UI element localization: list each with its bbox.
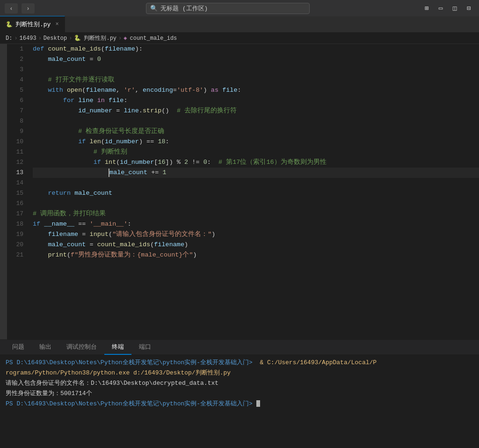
tab-terminal[interactable]: 终端 — [104, 340, 131, 355]
code-line-3 — [33, 65, 479, 75]
line-num-20: 20 — [7, 240, 23, 250]
line-num-11: 11 — [7, 147, 23, 157]
code-line-2: male_count = 0 — [33, 54, 479, 65]
line-num-5: 5 — [7, 85, 23, 95]
breadcrumb-folder1[interactable]: 16493 — [20, 35, 36, 42]
line-num-13: 13 — [7, 168, 23, 178]
terminal-area[interactable]: PS D:\16493\Desktop\Notes\Python全栈开发笔记\p… — [0, 354, 479, 448]
line-num-16: 16 — [7, 198, 23, 209]
code-line-20: male_count = count_male_ids(filename) — [33, 240, 479, 250]
line-num-6: 6 — [7, 95, 23, 106]
search-center: 🔍 无标题 (工作区) — [35, 3, 421, 14]
code-line-6: for line in file: — [33, 95, 479, 106]
code-line-1: def count_male_ids(filename): — [33, 44, 479, 54]
nav-controls: ‹ › — [5, 3, 35, 14]
tab-output[interactable]: 输出 — [32, 340, 59, 355]
code-line-9: # 检查身份证号长度是否正确 — [33, 126, 479, 137]
window-controls: ⊞ ▭ ◫ ⊟ — [421, 3, 474, 14]
code-line-8 — [33, 116, 479, 126]
line-num-19: 19 — [7, 229, 23, 240]
title-bar: ‹ › 🔍 无标题 (工作区) ⊞ ▭ ◫ ⊟ — [0, 0, 479, 16]
breadcrumb: D: › 16493 › Desktop › 🐍 判断性别.py › ◈ cou… — [0, 33, 479, 44]
tab-problems[interactable]: 问题 — [5, 340, 32, 355]
terminal-cursor — [256, 400, 260, 407]
breadcrumb-function[interactable]: count_male_ids — [130, 35, 177, 42]
panel-tabs: 问题 输出 调试控制台 终端 端口 — [0, 339, 479, 354]
line-numbers: 1 2 3 4 5 6 7 8 9 10 11 12 13 14 15 16 1… — [7, 44, 28, 339]
line-num-7: 7 — [7, 106, 23, 116]
search-text: 无标题 (工作区) — [160, 4, 208, 13]
code-line-17: # 调用函数，并打印结果 — [33, 209, 479, 219]
code-line-10: if len(id_number) == 18: — [33, 137, 479, 147]
code-line-12: if int(id_number[16]) % 2 != 0: # 第17位（索… — [33, 157, 479, 168]
code-line-4: # 打开文件并逐行读取 — [33, 75, 479, 85]
tab-judge-gender[interactable]: 🐍 判断性别.py × — [0, 16, 65, 32]
line-num-1: 1 — [7, 44, 23, 54]
terminal-line-5: PS D:\16493\Desktop\Notes\Python全栈开发笔记\p… — [6, 398, 473, 409]
terminal-line-1: PS D:\16493\Desktop\Notes\Python全栈开发笔记\p… — [6, 357, 473, 367]
code-line-18: if __name__ == '__main__': — [33, 219, 479, 229]
code-line-7: id_number = line.strip() # 去除行尾的换行符 — [33, 106, 479, 116]
tab-close-button[interactable]: × — [55, 21, 58, 28]
tab-label: 判断性别.py — [15, 20, 51, 29]
back-button[interactable]: ‹ — [5, 3, 18, 14]
line-num-8: 8 — [7, 116, 23, 126]
code-line-11: # 判断性别 — [33, 147, 479, 157]
code-line-13: male_count += 1 — [33, 168, 479, 178]
breadcrumb-func-icon: ◈ — [123, 35, 127, 42]
layout-icon3[interactable]: ◫ — [449, 3, 460, 14]
tab-bar: 🐍 判断性别.py × — [0, 16, 479, 33]
breadcrumb-drive[interactable]: D: — [6, 35, 12, 42]
line-num-10: 10 — [7, 137, 23, 147]
line-num-2: 2 — [7, 54, 23, 65]
code-editor[interactable]: def count_male_ids(filename): male_count… — [28, 44, 479, 339]
line-num-12: 12 — [7, 157, 23, 168]
code-line-21: print(f"男性身份证数量为：{male_count}个") — [33, 250, 479, 260]
line-num-3: 3 — [7, 65, 23, 75]
terminal-line-3: 请输入包含身份证号的文件名：D:\16493\Desktop\decrypted… — [6, 378, 473, 388]
line-num-15: 15 — [7, 188, 23, 198]
line-num-9: 9 — [7, 126, 23, 137]
code-line-16 — [33, 198, 479, 209]
search-icon: 🔍 — [150, 5, 158, 12]
python-file-icon: 🐍 — [6, 21, 13, 28]
code-line-19: filename = input("请输入包含身份证号的文件名：") — [33, 229, 479, 240]
tab-ports[interactable]: 端口 — [131, 340, 159, 355]
code-line-5: with open(filename, 'r', encoding='utf-8… — [33, 85, 479, 95]
layout-icon2[interactable]: ▭ — [435, 3, 446, 14]
line-num-17: 17 — [7, 209, 23, 219]
search-bar[interactable]: 🔍 无标题 (工作区) — [146, 3, 310, 14]
tab-debug-console[interactable]: 调试控制台 — [59, 340, 104, 355]
terminal-line-4: 男性身份证数量为：5001714个 — [6, 388, 473, 398]
layout-icon4[interactable]: ⊟ — [463, 3, 474, 14]
layout-icon1[interactable]: ⊞ — [421, 3, 432, 14]
line-num-21: 21 — [7, 250, 23, 260]
breadcrumb-file-icon: 🐍 — [74, 35, 81, 42]
line-num-4: 4 — [7, 75, 23, 85]
code-line-14 — [33, 178, 479, 188]
line-num-14: 14 — [7, 178, 23, 188]
activity-bar — [0, 44, 7, 339]
terminal-line-2: rograms/Python/Python38/python.exe d:/16… — [6, 367, 473, 378]
breadcrumb-file[interactable]: 判断性别.py — [84, 34, 116, 42]
forward-button[interactable]: › — [22, 3, 35, 14]
editor-area: 1 2 3 4 5 6 7 8 9 10 11 12 13 14 15 16 1… — [0, 44, 479, 339]
breadcrumb-folder2[interactable]: Desktop — [44, 35, 67, 42]
code-line-15: return male_count — [33, 188, 479, 198]
line-num-18: 18 — [7, 219, 23, 229]
